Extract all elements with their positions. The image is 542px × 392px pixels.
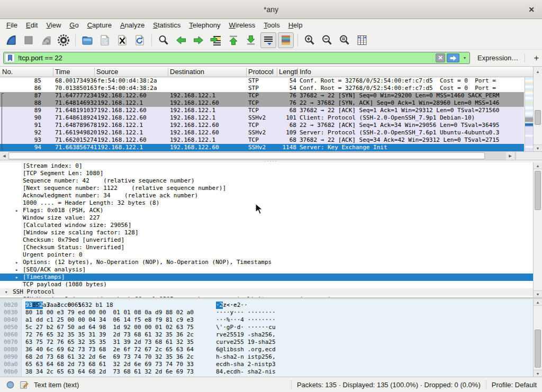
stop-capture-button[interactable] bbox=[21, 32, 37, 48]
hex-row[interactable]: 0090 68 2d 73 68 61 32 2d 6e 69 73 74 70… bbox=[0, 353, 542, 361]
detail-tree-row[interactable]: Sequence number: 42 (relative sequence n… bbox=[0, 177, 533, 185]
expander-arrow-icon[interactable]: ▸ bbox=[15, 259, 22, 266]
packet-row[interactable]: 91 71.648789678 192.168.122.1 192.168.12… bbox=[0, 122, 524, 129]
previous-packet-button[interactable] bbox=[173, 32, 189, 48]
detail-tree-row[interactable]: Checksum: 0x79ed [unverified] bbox=[0, 236, 533, 244]
column-header-no[interactable]: No. bbox=[2, 68, 50, 76]
menu-item[interactable]: Tools bbox=[259, 20, 284, 30]
go-to-packet-button[interactable] bbox=[208, 32, 224, 48]
profile-text[interactable]: Profile: Default bbox=[492, 381, 537, 389]
detail-tree-row[interactable]: [Calculated window size: 29056] bbox=[0, 222, 533, 229]
packet-row[interactable]: 87 71.647777234 192.168.122.60 192.168.1… bbox=[0, 92, 524, 99]
column-divider[interactable] bbox=[297, 68, 298, 76]
filter-clear-button[interactable]: ✕ bbox=[436, 53, 445, 62]
packet-list-vscrollbar[interactable]: ▼ bbox=[533, 77, 542, 151]
filter-text[interactable]: !tcp.port == 22 bbox=[18, 54, 436, 62]
packet-row[interactable]: 85 68.001734936 fe:54:00:d4:38:2a STP 54… bbox=[0, 77, 524, 85]
hex-row[interactable]: 0030 80 18 00 e3 79 ed 00 00 01 01 08 0a… bbox=[0, 309, 542, 316]
zoom-in-button[interactable] bbox=[302, 32, 318, 48]
auto-scroll-button[interactable] bbox=[260, 32, 276, 48]
hex-row[interactable]: 00a0 65 63 64 68 2d 73 68 61 32 2d 6e 69… bbox=[0, 361, 542, 368]
filter-history-dropdown[interactable]: ▾ bbox=[461, 53, 468, 62]
menu-item[interactable]: Statistics bbox=[149, 20, 185, 30]
next-packet-button[interactable] bbox=[191, 32, 206, 48]
title-bar[interactable]: *any ✕ bbox=[0, 0, 542, 19]
packet-row[interactable]: 92 71.661949820 192.168.122.1 192.168.12… bbox=[0, 129, 524, 136]
column-divider[interactable] bbox=[246, 68, 247, 76]
expander-arrow-icon[interactable]: ▸ bbox=[15, 266, 22, 274]
packet-row[interactable]: 93 71.662015274 192.168.122.60 192.168.1… bbox=[0, 136, 524, 144]
hex-row[interactable]: 0050 5c 27 b2 67 50 ad 64 98 1d 92 00 00… bbox=[0, 324, 542, 331]
capture-comment-icon[interactable] bbox=[20, 380, 29, 389]
column-header-time[interactable]: Time bbox=[55, 68, 70, 76]
first-packet-button[interactable] bbox=[225, 32, 241, 48]
hex-row[interactable]: 00b0 38 34 2c 65 63 64 68 2d 73 68 61 32… bbox=[0, 368, 542, 376]
menu-item[interactable]: Edit bbox=[22, 20, 42, 30]
detail-tree-row[interactable]: ▸[Timestamps] bbox=[0, 274, 533, 281]
packet-list-scroll-up-arrow[interactable]: ▲ bbox=[533, 67, 542, 77]
menu-item[interactable]: Analyze bbox=[116, 20, 149, 30]
hex-row[interactable]: 0020 c0 a8 7a 3c 00 16 93 32 85 a3 ac c0… bbox=[0, 302, 542, 309]
detail-tree-row[interactable]: ▾SSH Protocol bbox=[0, 288, 533, 296]
detail-tree-row[interactable]: ▸SSH Version 2 (encryption:chacha20-poly… bbox=[0, 296, 533, 297]
menu-item[interactable]: Wireless bbox=[225, 20, 260, 30]
menu-item[interactable]: Telephony bbox=[185, 20, 224, 30]
expander-arrow-icon[interactable]: ▸ bbox=[15, 274, 22, 281]
menu-item[interactable]: Capture bbox=[83, 20, 116, 30]
scrollbar-thumb[interactable] bbox=[535, 171, 541, 210]
close-capture-file-button[interactable] bbox=[114, 32, 130, 48]
menu-item[interactable]: View bbox=[42, 20, 65, 30]
packet-row[interactable]: 88 71.648146932 192.168.122.1 192.168.12… bbox=[0, 99, 524, 107]
reload-capture-file-button[interactable] bbox=[132, 32, 148, 48]
start-capture-button[interactable] bbox=[3, 32, 19, 48]
save-capture-file-button[interactable]: 010101100113 bbox=[97, 32, 113, 48]
column-header-destination[interactable]: Destination bbox=[170, 68, 204, 76]
column-header-protocol[interactable]: Protocol bbox=[248, 68, 274, 76]
detail-tree-row[interactable]: ▸Flags: 0x018 (PSH, ACK) bbox=[0, 207, 533, 214]
packet-list-hscrollbar[interactable]: ◀ ▶ bbox=[0, 151, 542, 160]
expression-button[interactable]: Expression… bbox=[477, 54, 518, 62]
expander-arrow-icon[interactable]: ▸ bbox=[15, 296, 22, 297]
column-header-source[interactable]: Source bbox=[96, 68, 118, 76]
display-filter-input[interactable]: !tcp.port == 22 ✕ ▾ bbox=[3, 52, 470, 64]
packet-row[interactable]: 90 71.648618924 192.168.122.60 192.168.1… bbox=[0, 114, 524, 122]
packet-row[interactable]: 86 70.013850163 fe:54:00:d4:38:2a STP 54… bbox=[0, 85, 524, 92]
scroll-down-arrow[interactable]: ▼ bbox=[534, 144, 542, 151]
detail-tree-row[interactable]: Window size value: 227 bbox=[0, 214, 533, 222]
menu-item[interactable]: Go bbox=[65, 20, 83, 30]
detail-tree-row[interactable]: Urgent pointer: 0 bbox=[0, 251, 533, 259]
last-packet-button[interactable] bbox=[243, 32, 259, 48]
close-window-button[interactable]: ✕ bbox=[526, 4, 537, 15]
details-vscrollbar[interactable]: ▲ ▼ bbox=[533, 162, 542, 297]
colorize-button[interactable] bbox=[278, 32, 294, 48]
zoom-original-button[interactable] bbox=[337, 32, 353, 48]
detail-tree-row[interactable]: Acknowledgment number: 34 (relative ack … bbox=[0, 192, 533, 199]
detail-tree-row[interactable]: 1000 .... = Header Length: 32 bytes (8) bbox=[0, 199, 533, 207]
menu-item[interactable]: Help bbox=[284, 20, 307, 30]
column-divider[interactable] bbox=[277, 68, 277, 76]
column-divider[interactable] bbox=[94, 68, 95, 76]
zoom-out-button[interactable] bbox=[319, 32, 335, 48]
resize-columns-button[interactable] bbox=[354, 32, 370, 48]
scroll-up-arrow[interactable]: ▲ bbox=[534, 162, 542, 169]
expert-info-icon[interactable] bbox=[6, 381, 14, 389]
add-filter-button[interactable]: + bbox=[531, 53, 541, 63]
detail-tree-row[interactable]: ▸Options: (12 bytes), No-Operation (NOP)… bbox=[0, 259, 533, 266]
detail-tree-row[interactable]: [Checksum Status: Unverified] bbox=[0, 244, 533, 251]
expander-arrow-icon[interactable]: ▾ bbox=[5, 288, 11, 296]
column-divider[interactable] bbox=[53, 68, 53, 76]
find-packet-button[interactable] bbox=[156, 32, 171, 48]
menu-item[interactable]: File bbox=[2, 20, 22, 30]
packet-row[interactable]: 94 71.663856741 192.168.122.1 192.168.12… bbox=[0, 144, 524, 151]
capture-options-button[interactable] bbox=[56, 32, 71, 48]
expander-arrow-icon[interactable]: ▸ bbox=[15, 207, 22, 214]
scrollbar-thumb[interactable] bbox=[8, 152, 485, 159]
scroll-down-arrow[interactable]: ▼ bbox=[534, 290, 542, 297]
scroll-right-arrow[interactable]: ▶ bbox=[506, 152, 514, 160]
hex-row[interactable]: 0040 a1 dd c1 25 00 00 04 34 06 14 f5 e8… bbox=[0, 316, 542, 324]
open-capture-file-button[interactable] bbox=[79, 32, 95, 48]
hex-row[interactable]: 0060 72 76 65 32 35 35 31 39 2d 73 68 61… bbox=[0, 331, 542, 339]
filter-bookmark-button[interactable] bbox=[5, 53, 15, 62]
detail-tree-row[interactable]: [Stream index: 0] bbox=[0, 162, 533, 170]
hex-row[interactable]: 0070 63 75 72 76 65 32 35 35 31 39 2d 73… bbox=[0, 339, 542, 346]
